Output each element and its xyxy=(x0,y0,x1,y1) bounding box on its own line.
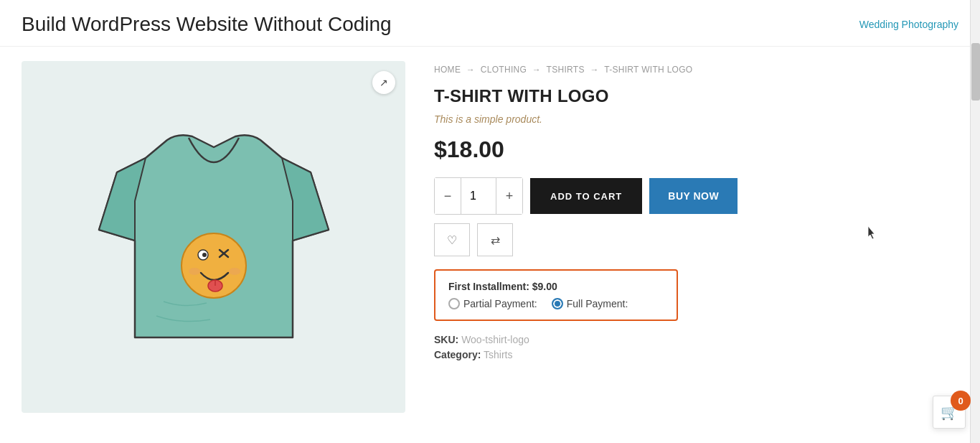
cart-badge-container[interactable]: 0 🛒 xyxy=(933,396,966,429)
wedding-photography-link[interactable]: Wedding Photography xyxy=(859,19,958,30)
breadcrumb: HOME → CLOTHING → TSHIRTS → T-SHIRT WITH… xyxy=(434,65,958,75)
compare-icon: ⇄ xyxy=(491,233,500,247)
breadcrumb-current: T-SHIRT WITH LOGO xyxy=(604,65,692,75)
sku-row: SKU: Woo-tshirt-logo xyxy=(434,334,958,345)
cart-icon-box[interactable]: 0 🛒 xyxy=(933,396,966,429)
partial-payment-option[interactable]: Partial Payment: xyxy=(448,298,537,309)
full-payment-option[interactable]: Full Payment: xyxy=(552,298,628,309)
quantity-decrease-button[interactable]: − xyxy=(435,178,461,214)
svg-point-2 xyxy=(202,253,207,257)
svg-point-7 xyxy=(189,268,200,275)
cart-row: − + ADD TO CART BUY NOW xyxy=(434,177,958,215)
scrollbar[interactable] xyxy=(970,0,980,443)
product-price: $18.00 xyxy=(434,136,958,163)
site-title: Build WordPress Website Without Coding xyxy=(22,13,392,36)
sku-value: Woo-tshirt-logo xyxy=(461,334,529,345)
partial-payment-label: Partial Payment: xyxy=(463,298,537,309)
breadcrumb-home[interactable]: HOME xyxy=(434,65,461,75)
breadcrumb-sep2: → xyxy=(532,65,541,75)
compare-button[interactable]: ⇄ xyxy=(477,223,513,256)
main-content: ↗ xyxy=(0,47,980,427)
partial-payment-radio[interactable] xyxy=(448,298,460,309)
cart-badge-count: 0 xyxy=(951,391,971,411)
installment-amount: $9.00 xyxy=(532,281,557,292)
product-description: This is a simple product. xyxy=(434,113,958,125)
sku-label: SKU: xyxy=(434,334,458,345)
breadcrumb-sep1: → xyxy=(466,65,475,75)
product-image xyxy=(77,101,350,373)
product-details: HOME → CLOTHING → TSHIRTS → T-SHIRT WITH… xyxy=(434,61,958,413)
category-row: Category: Tshirts xyxy=(434,349,958,360)
installment-label: First Installment: xyxy=(448,281,529,292)
product-image-container: ↗ xyxy=(22,61,405,413)
site-header: Build WordPress Website Without Coding W… xyxy=(0,0,980,47)
breadcrumb-clothing[interactable]: CLOTHING xyxy=(481,65,527,75)
full-payment-label: Full Payment: xyxy=(567,298,628,309)
buy-now-button[interactable]: BUY NOW xyxy=(649,178,738,214)
installment-box: First Installment: $9.00 Partial Payment… xyxy=(434,269,678,321)
expand-icon[interactable]: ↗ xyxy=(372,71,395,94)
scrollbar-thumb[interactable] xyxy=(971,43,980,101)
payment-options: Partial Payment: Full Payment: xyxy=(448,298,664,309)
svg-point-8 xyxy=(229,268,240,275)
add-to-cart-button[interactable]: ADD TO CART xyxy=(530,178,642,214)
breadcrumb-sep3: → xyxy=(590,65,598,75)
wishlist-button[interactable]: ♡ xyxy=(434,223,470,256)
quantity-control: − + xyxy=(434,177,523,215)
product-title: T-SHIRT WITH LOGO xyxy=(434,86,958,106)
full-payment-radio[interactable] xyxy=(552,298,563,309)
category-label: Category: xyxy=(434,349,481,360)
installment-title: First Installment: $9.00 xyxy=(448,281,664,292)
action-row: ♡ ⇄ xyxy=(434,223,958,256)
quantity-increase-button[interactable]: + xyxy=(496,178,522,214)
quantity-input[interactable] xyxy=(461,178,496,214)
heart-icon: ♡ xyxy=(447,233,457,247)
breadcrumb-tshirts[interactable]: TSHIRTS xyxy=(547,65,585,75)
category-value: Tshirts xyxy=(484,349,512,360)
